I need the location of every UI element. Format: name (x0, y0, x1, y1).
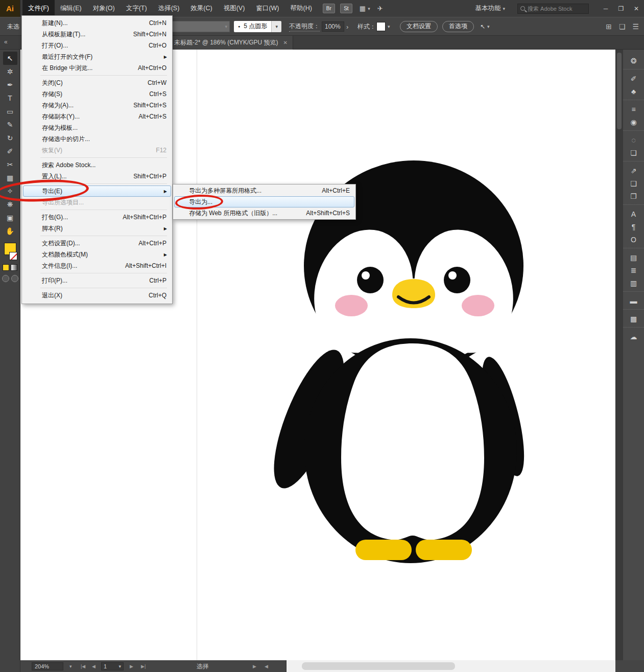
pencil-tool[interactable]: ✎ (3, 118, 17, 131)
opacity-menu-arrow[interactable]: › (346, 22, 348, 30)
paintbrush-tool[interactable]: ✐ (3, 145, 17, 158)
artboard-navigation-input[interactable]: 1 ▾ (101, 662, 124, 670)
file-menu-item[interactable]: 打包(G)...Alt+Shift+Ctrl+P (23, 212, 171, 223)
maximize-button[interactable]: ❐ (613, 3, 629, 14)
file-menu-item[interactable]: 打印(P)...Ctrl+P (23, 275, 171, 286)
menubar-item-8[interactable]: 帮助(H) (285, 0, 318, 17)
chevron-down-icon[interactable]: ▾ (271, 21, 281, 32)
menubar-item-5[interactable]: 效果(C) (185, 0, 218, 17)
file-menu-item[interactable]: 恢复(V)F12 (23, 145, 171, 156)
scrollbar-thumb[interactable] (617, 53, 622, 129)
transform-panel-icon[interactable]: ▤ (627, 251, 640, 264)
rotate-tool[interactable]: ↻ (3, 131, 17, 145)
stroke-panel-icon[interactable]: ≡ (627, 103, 640, 115)
preferences-button[interactable]: 首选项 (442, 21, 474, 32)
file-menu-item[interactable]: 在 Bridge 中浏览...Alt+Ctrl+O (23, 62, 171, 74)
horizontal-scrollbar[interactable] (286, 660, 615, 672)
variable-width-dropdown[interactable]: ▾ (169, 21, 230, 32)
vertical-scrollbar[interactable] (615, 50, 623, 672)
export-panel-icon[interactable]: ⇗ (627, 164, 640, 177)
brushes-panel-icon[interactable]: ✐ (627, 72, 640, 85)
layers-panel-icon[interactable]: ❑ (627, 177, 640, 190)
symbols-panel-icon[interactable]: ♣ (627, 85, 640, 98)
document-tab[interactable]: 未标题-2* @ 186% (CMYK/GPU 预览) ✕ (169, 36, 293, 50)
app-logo[interactable]: Ai (0, 0, 20, 17)
menubar-item-0[interactable]: 文件(F) (22, 0, 55, 17)
align-panel-icon[interactable]: ≣ (627, 264, 640, 276)
file-menu-item[interactable]: 退出(X)Ctrl+Q (23, 290, 171, 301)
gradient-mode-icon[interactable] (11, 264, 17, 271)
export-submenu-item[interactable]: 导出为... (174, 196, 354, 207)
file-menu-item[interactable]: 导出所选项目... (23, 197, 171, 208)
pattern-options-panel-icon[interactable]: ▩ (627, 312, 640, 325)
scroll-right-arrow[interactable]: ◀ (265, 664, 268, 669)
file-menu-item[interactable]: 置入(L)...Shift+Ctrl+P (23, 171, 171, 182)
magic-wand-tool[interactable]: ✲ (3, 65, 17, 78)
next-artboard-icon[interactable]: ▶ (130, 664, 133, 669)
last-artboard-icon[interactable]: ▶| (141, 664, 146, 669)
stock-search-box[interactable] (517, 4, 589, 14)
dock-grid-icon[interactable]: ⊞ (606, 22, 612, 31)
zoom-level-input[interactable]: 204% (32, 662, 63, 670)
arrange-documents-icon[interactable]: ❏ (619, 22, 626, 31)
menubar-item-2[interactable]: 对象(O) (87, 0, 121, 17)
brush-preset-dropdown[interactable]: ● 5 点圆形 ▾ (234, 21, 281, 32)
creative-cloud-panel-icon[interactable]: ☁ (627, 330, 640, 343)
selection-tool[interactable]: ↖ (3, 52, 17, 65)
stock-button[interactable]: St (340, 4, 352, 13)
file-menu-item[interactable]: 文档颜色模式(M)▶ (23, 249, 171, 260)
menubar-item-4[interactable]: 选择(S) (153, 0, 185, 17)
character-panel-icon[interactable]: A (627, 207, 640, 220)
color-panel-icon[interactable]: ❂ (627, 54, 640, 67)
eyedropper-tool[interactable]: ✧ (3, 184, 17, 198)
scroll-left-arrow[interactable]: ▶ (253, 664, 256, 669)
previous-artboard-icon[interactable]: ◀ (92, 664, 96, 669)
artboard-tool[interactable]: ▣ (3, 211, 17, 224)
file-menu-item[interactable]: 存储为(A)...Shift+Ctrl+S (23, 100, 171, 111)
file-menu-item[interactable]: 导出(E)▶ (23, 186, 171, 197)
workspace-switcher[interactable]: 基本功能 ▾ (475, 4, 505, 13)
stroke-color-swatch[interactable] (9, 252, 17, 260)
opacity-input[interactable]: 100% (322, 21, 344, 32)
file-menu-item[interactable]: 搜索 Adobe Stock... (23, 159, 171, 171)
file-menu-item[interactable]: 文件信息(I)...Alt+Shift+Ctrl+I (23, 260, 171, 271)
symbol-sprayer-tool[interactable]: ❋ (3, 198, 17, 211)
pen-tool[interactable]: ✒ (3, 78, 17, 91)
opacity-link[interactable]: 不透明度： (289, 21, 320, 31)
collapse-panel-icon[interactable]: « (4, 38, 8, 45)
artboards-panel-icon[interactable]: ❐ (627, 190, 640, 202)
type-tool[interactable]: T (3, 91, 17, 105)
bridge-button[interactable]: Br (323, 4, 335, 13)
menubar-item-1[interactable]: 编辑(E) (55, 0, 87, 17)
graphic-styles-panel-icon[interactable]: ❏ (627, 146, 640, 159)
rectangle-tool[interactable]: ▭ (3, 105, 17, 118)
file-menu-item[interactable]: 新建(N)...Ctrl+N (23, 17, 171, 29)
screen-mode-icon[interactable] (11, 275, 18, 282)
search-input[interactable] (528, 6, 586, 12)
scrollbar-thumb[interactable] (302, 662, 455, 670)
style-swatch-dropdown[interactable]: ▾ (376, 22, 390, 31)
file-menu-item[interactable]: 打开(O)...Ctrl+O (23, 40, 171, 51)
color-mode-icon[interactable] (3, 264, 9, 271)
file-menu-item[interactable]: 存储(S)Ctrl+S (23, 88, 171, 100)
isolate-selection-icon[interactable]: ↖ ▾ (480, 23, 490, 30)
minimize-button[interactable]: ─ (598, 3, 613, 14)
mesh-tool[interactable]: ▦ (3, 171, 17, 184)
file-menu-item[interactable]: 文档设置(D)...Alt+Ctrl+P (23, 238, 171, 249)
export-submenu-item[interactable]: 存储为 Web 所用格式（旧版）...Alt+Shift+Ctrl+S (174, 207, 354, 219)
file-menu-item[interactable]: 存储副本(Y)...Alt+Ctrl+S (23, 111, 171, 122)
menubar-item-7[interactable]: 窗口(W) (250, 0, 284, 17)
panel-list-icon[interactable]: ☰ (632, 22, 639, 31)
opentype-panel-icon[interactable]: O (627, 233, 640, 246)
width-tool[interactable]: ✂ (3, 158, 17, 171)
file-menu-item[interactable]: 关闭(C)Ctrl+W (23, 77, 171, 88)
zoom-menu-icon[interactable]: ▾ (69, 664, 72, 669)
file-menu-item[interactable]: 存储选中的切片... (23, 133, 171, 145)
menubar-item-6[interactable]: 视图(V) (218, 0, 251, 17)
hand-tool[interactable]: ✋ (3, 224, 17, 238)
first-artboard-icon[interactable]: |◀ (81, 664, 85, 669)
draw-normal-icon[interactable] (2, 275, 9, 282)
file-menu-item[interactable]: 脚本(R)▶ (23, 223, 171, 234)
pathfinder-panel-icon[interactable]: ▥ (627, 276, 640, 289)
share-icon[interactable]: ✈ (377, 5, 383, 12)
